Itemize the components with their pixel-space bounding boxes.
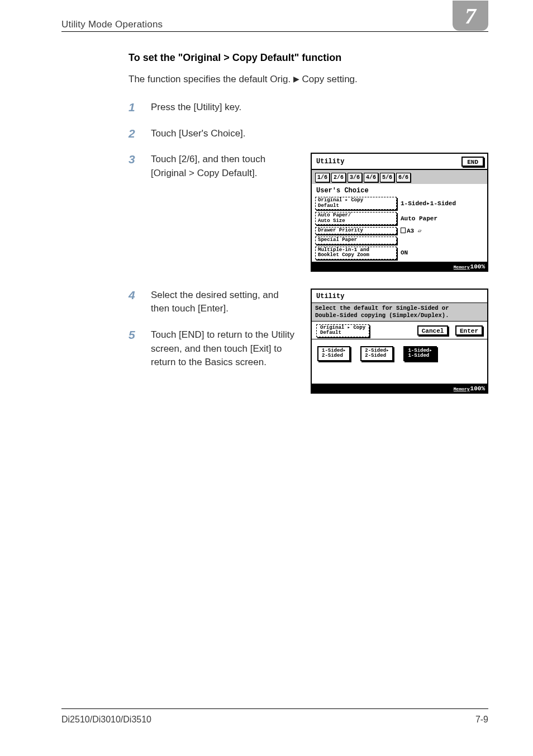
step-number: 5 [129,328,139,342]
row-drawer-priority: Drawer Priority A3 ▱ [312,226,487,235]
ctx-line2: Default [320,330,365,336]
option-1sided-2sided[interactable]: 1-Sided▸ 2-Sided [317,346,350,361]
context-label: Original ▸ Copy Default [316,324,369,337]
chapter-number: 7 [465,3,476,29]
step-3: 3 Touch [2/6], and then touch [Original … [129,153,296,180]
memory-value: 100% [470,263,485,270]
btn-line1: Special Paper [318,238,394,243]
tab-strip: 1/6 2/6 3/6 4/6 5/6 6/6 [312,170,487,184]
tab-1-6[interactable]: 1/6 [315,173,330,182]
btn-multiple-in-1[interactable]: Multiple-in-1 and Booklet Copy Zoom [315,247,397,259]
btn-auto-paper-size[interactable]: Auto Paper/ Auto Size [315,212,397,225]
chapter-badge: 7 [453,1,488,31]
cancel-button[interactable]: Cancel [417,325,449,336]
lcd-title: Utility [316,158,344,166]
option-1sided-1sided[interactable]: 1-Sided▸ 1-Sided [403,346,436,361]
lcd-banner: Select the default for Single-Sided or D… [312,303,487,322]
btn-line2: Auto Size [318,219,394,224]
btn-original-copy-default[interactable]: Original ▸ Copy Default [315,197,397,210]
lcd-title: Utility [316,292,344,300]
step-2: 2 Touch [User's Choice]. [129,127,488,141]
intro-prefix: The function specifies the default Orig. [129,74,293,84]
btn-drawer-priority[interactable]: Drawer Priority [315,227,397,234]
row-multiple-in-1: Multiple-in-1 and Booklet Copy Zoom ON [312,245,487,262]
section-intro: The function specifies the default Orig.… [129,74,488,85]
end-button[interactable]: END [461,157,484,167]
memory-block: Memory100% [454,385,485,392]
page-header: Utility Mode Operations 7 [61,16,488,32]
step-number: 3 [129,153,139,166]
tab-3-6[interactable]: 3/6 [348,173,362,182]
step-text: Touch [User's Choice]. [151,127,246,141]
option-2sided-2sided[interactable]: 2-Sided▸ 2-Sided [360,346,393,361]
opt-line2: 2-Sided [322,353,346,358]
step-4: 4 Select the desired setting, and then t… [129,289,296,316]
row-special-paper: Special Paper [312,235,487,245]
page-footer: Di2510/Di3010/Di3510 7-9 [61,708,488,725]
memory-label: Memory [454,264,470,270]
val-multiple-in-1: ON [399,249,484,256]
section-title: To set the "Original > Copy Default" fun… [129,52,488,64]
step-number: 2 [129,127,139,140]
step-text: Touch [2/6], and then touch [Original > … [151,153,296,180]
memory-block: Memory100% [454,263,485,270]
right-arrow-icon: ▶ [293,75,299,83]
intro-suffix: Copy setting. [299,74,358,84]
lcd-footer: Memory100% [312,262,487,271]
step-number: 1 [129,101,139,114]
step-text: Press the [Utility] key. [151,101,241,115]
step-3-row: 3 Touch [2/6], and then touch [Original … [129,153,488,272]
btn-special-paper[interactable]: Special Paper [315,237,397,244]
banner-line1: Select the default for Single-Sided or [315,305,484,312]
footer-model: Di2510/Di3010/Di3510 [61,715,151,725]
content: To set the "Original > Copy Default" fun… [61,32,488,394]
memory-value: 100% [470,385,485,392]
tab-4-6[interactable]: 4/6 [364,173,378,182]
tab-5-6[interactable]: 5/6 [380,173,394,182]
steps-4-5-row: 4 Select the desired setting, and then t… [129,289,488,394]
footer-page-number: 7-9 [475,715,488,725]
step-1: 1 Press the [Utility] key. [129,101,488,115]
lcd-figure-users-choice: Utility END 1/6 2/6 3/6 4/6 5/6 6/6 User… [311,153,488,272]
lcd-figure-default-select: Utility Select the default for Single-Si… [311,289,488,394]
memory-label: Memory [454,386,470,391]
val-auto-paper-size: Auto Paper [399,215,484,222]
sheet-icon [401,228,406,233]
enter-button[interactable]: Enter [455,325,483,336]
context-row: Original ▸ Copy Default Cancel Enter [312,322,487,339]
btn-line1: Drawer Priority [318,228,394,233]
banner-line2: Double-Sided copying (Simplex/Duplex). [315,312,484,319]
btn-line2: Booklet Copy Zoom [318,253,394,258]
val-original-copy-default: 1-Sided▸1-Sided [399,200,484,207]
options-row: 1-Sided▸ 2-Sided 2-Sided▸ 2-Sided 1-Side… [312,339,487,384]
btn-line2: Default [318,204,394,209]
step-5: 5 Touch [END] to return to the Utility s… [129,328,296,370]
val-drawer-priority: A3 ▱ [399,227,484,234]
lcd-titlebar: Utility END [312,154,487,170]
panel-title: User's Choice [312,184,487,196]
opt-line2: 1-Sided [408,353,432,358]
lcd-titlebar: Utility [312,290,487,303]
opt-line2: 2-Sided [365,353,389,358]
step-text: Touch [END] to return to the Utility scr… [151,328,296,370]
step-text: Select the desired setting, and then tou… [151,289,296,316]
row-original-copy-default: Original ▸ Copy Default 1-Sided▸1-Sided [312,196,487,211]
tab-6-6[interactable]: 6/6 [396,173,411,182]
val-text: A3 ▱ [407,228,421,234]
lcd-footer: Memory100% [312,384,487,393]
row-auto-paper-size: Auto Paper/ Auto Size Auto Paper [312,211,487,226]
step-number: 4 [129,289,139,302]
action-buttons: Cancel Enter [417,325,483,336]
header-title: Utility Mode Operations [61,19,163,30]
tab-2-6[interactable]: 2/6 [331,173,346,182]
